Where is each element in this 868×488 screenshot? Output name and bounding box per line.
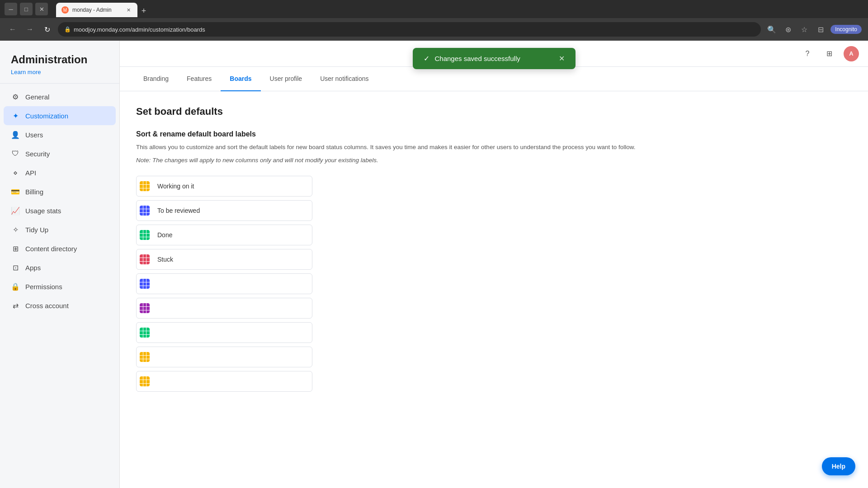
- user-avatar[interactable]: A: [844, 46, 859, 61]
- sidebar-header: Administration Learn more: [0, 41, 119, 83]
- label-row-done: [136, 225, 312, 245]
- label-input-to-review[interactable]: [153, 201, 312, 221]
- sidebar-item-label-permissions: Permissions: [25, 283, 62, 291]
- tidy-up-icon: ✧: [11, 225, 20, 234]
- label-color-chip-empty3[interactable]: [137, 323, 153, 343]
- general-icon: ⚙: [11, 92, 20, 101]
- reload-button[interactable]: ↻: [41, 23, 53, 36]
- sidebar-item-label-usage-stats: Usage stats: [25, 207, 61, 215]
- tab-boards[interactable]: Boards: [221, 67, 260, 91]
- label-color-chip-empty4[interactable]: [137, 347, 153, 367]
- toast-message: Changes saved successfully: [435, 55, 520, 62]
- sidebar-divider: [0, 83, 119, 84]
- sidebar-item-apps[interactable]: ⊡ Apps: [4, 258, 116, 277]
- browser-controls: ─ □ ✕: [5, 3, 48, 15]
- tab-branding[interactable]: Branding: [134, 67, 178, 91]
- back-button[interactable]: ←: [6, 23, 19, 36]
- tab-favicon: M: [61, 6, 69, 14]
- address-bar: ← → ↻ 🔒 moodjoy.monday.com/admin/customi…: [0, 18, 868, 41]
- sidebar-item-label-users: Users: [25, 131, 43, 139]
- help-button[interactable]: Help: [822, 457, 855, 475]
- label-input-empty2[interactable]: [153, 298, 312, 318]
- incognito-profile-chip[interactable]: Incognito: [830, 25, 862, 34]
- label-input-stuck[interactable]: [153, 249, 312, 269]
- extensions-btn[interactable]: ⊛: [782, 23, 794, 36]
- tabs-bar: BrandingFeaturesBoardsUser profileUser n…: [120, 67, 868, 91]
- label-color-chip-stuck[interactable]: [137, 249, 153, 269]
- page-content: Set board defaults Sort & rename default…: [120, 91, 868, 406]
- label-color-chip-working[interactable]: [137, 176, 153, 196]
- label-input-empty1[interactable]: [153, 274, 312, 294]
- tab-close-icon[interactable]: ✕: [125, 6, 132, 14]
- label-input-done[interactable]: [153, 225, 312, 245]
- apps-icon-btn[interactable]: ⊞: [822, 47, 836, 61]
- sidebar-item-permissions[interactable]: 🔒 Permissions: [4, 277, 116, 296]
- learn-more-link[interactable]: Learn more: [11, 69, 41, 75]
- customization-icon: ✦: [11, 111, 20, 120]
- maximize-button[interactable]: □: [20, 3, 33, 15]
- usage-stats-icon: 📈: [11, 206, 20, 215]
- label-color-chip-empty2[interactable]: [137, 298, 153, 318]
- sidebar-toggle-btn[interactable]: ⊟: [814, 23, 827, 36]
- label-color-chip-to-review[interactable]: [137, 201, 153, 221]
- users-icon: 👤: [11, 130, 20, 139]
- close-button[interactable]: ✕: [35, 3, 48, 15]
- sidebar-item-security[interactable]: 🛡 Security: [4, 144, 116, 163]
- browser-tab[interactable]: M monday - Admin ✕: [56, 3, 137, 17]
- apps-icon: ⊡: [11, 263, 20, 272]
- sidebar-item-label-api: API: [25, 169, 36, 177]
- label-row-stuck: [136, 249, 312, 270]
- browser-chrome: ─ □ ✕ M monday - Admin ✕ + ← → ↻ 🔒 moodj…: [0, 0, 868, 41]
- help-icon-btn[interactable]: ?: [800, 47, 815, 61]
- toast-check-icon: ✓: [424, 54, 429, 63]
- sidebar-item-users[interactable]: 👤 Users: [4, 125, 116, 144]
- sidebar-title: Administration: [11, 53, 108, 66]
- label-input-working[interactable]: [153, 176, 312, 196]
- toast-close-button[interactable]: ✕: [559, 54, 565, 63]
- sidebar-item-content-directory[interactable]: ⊞ Content directory: [4, 239, 116, 258]
- label-color-chip-empty5[interactable]: [137, 371, 153, 391]
- browser-actions: 🔍 ⊛ ☆ ⊟ Incognito: [765, 23, 862, 36]
- label-row-working: [136, 176, 312, 197]
- section-note: Note: The changes will apply to new colu…: [136, 156, 852, 165]
- label-input-empty3[interactable]: [153, 323, 312, 343]
- label-row-empty5: [136, 371, 312, 392]
- security-icon: 🛡: [11, 149, 20, 158]
- sidebar-scroll: ⚙ General ✦ Customization 👤 Users 🛡 Secu…: [0, 85, 119, 488]
- permissions-icon: 🔒: [11, 282, 20, 291]
- label-row-to-review: [136, 200, 312, 221]
- label-row-empty3: [136, 322, 312, 343]
- label-input-empty5[interactable]: [153, 371, 312, 391]
- sidebar-item-api[interactable]: ⋄ API: [4, 163, 116, 182]
- sidebar-item-tidy-up[interactable]: ✧ Tidy Up: [4, 220, 116, 239]
- sidebar-item-cross-account[interactable]: ⇄ Cross account: [4, 296, 116, 315]
- sidebar-item-customization[interactable]: ✦ Customization: [4, 106, 116, 125]
- label-color-chip-empty1[interactable]: [137, 274, 153, 294]
- minimize-button[interactable]: ─: [5, 3, 17, 15]
- tab-user-notifications[interactable]: User notifications: [311, 67, 377, 91]
- tab-features[interactable]: Features: [178, 67, 221, 91]
- label-row-empty2: [136, 298, 312, 319]
- content-directory-icon: ⊞: [11, 244, 20, 253]
- sidebar-item-billing[interactable]: 💳 Billing: [4, 182, 116, 201]
- forward-button[interactable]: →: [24, 23, 36, 36]
- new-tab-button[interactable]: +: [137, 5, 150, 17]
- tab-bar: M monday - Admin ✕ +: [52, 1, 863, 17]
- bookmark-star-btn[interactable]: ☆: [798, 23, 811, 36]
- label-input-empty4[interactable]: [153, 347, 312, 367]
- sidebar-item-label-apps: Apps: [25, 264, 41, 272]
- page-title: Set board defaults: [136, 106, 852, 117]
- label-inputs-list: [136, 176, 312, 392]
- sidebar-item-general[interactable]: ⚙ General: [4, 87, 116, 106]
- tab-title: monday - Admin: [72, 7, 112, 13]
- content-area: BrandingFeaturesBoardsUser profileUser n…: [120, 67, 868, 488]
- sidebar-item-usage-stats[interactable]: 📈 Usage stats: [4, 201, 116, 220]
- section-description: This allows you to customize and sort th…: [136, 143, 852, 152]
- search-icon-btn[interactable]: 🔍: [765, 23, 778, 36]
- label-row-empty4: [136, 347, 312, 367]
- sidebar-item-label-cross-account: Cross account: [25, 302, 69, 310]
- url-bar[interactable]: 🔒 moodjoy.monday.com/admin/customization…: [58, 22, 761, 37]
- tab-user-profile[interactable]: User profile: [261, 67, 311, 91]
- lock-icon: 🔒: [64, 26, 71, 33]
- label-color-chip-done[interactable]: [137, 225, 153, 245]
